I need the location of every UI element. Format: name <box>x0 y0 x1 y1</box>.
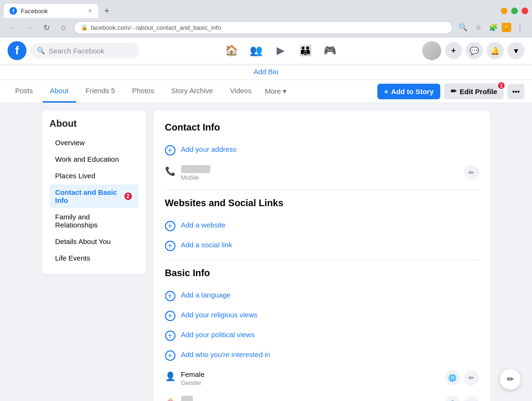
nav-photos-tab[interactable]: Photos <box>124 80 162 103</box>
birthdate-row: 🎂 ··· ·· Birth date 🔒 ✏ <box>165 391 479 401</box>
gender-label: Gender <box>181 379 439 386</box>
sidebar-item-life-events[interactable]: Life Events <box>50 250 139 266</box>
add-interested-row: + Add who you're interested in <box>165 346 479 366</box>
logo-letter: f <box>15 44 19 57</box>
birthdate-value: ··· ·· <box>181 396 193 401</box>
phone-edit-button[interactable]: ✏ <box>464 165 479 180</box>
add-address-row: + Add your address <box>165 140 479 160</box>
tab-close-button[interactable]: × <box>87 7 93 15</box>
add-language-plus-icon: + <box>165 291 175 301</box>
gender-value: Female <box>181 370 439 378</box>
nav-videos-tab[interactable]: Videos <box>222 80 259 103</box>
nav-watch-button[interactable]: ▶ <box>270 39 292 62</box>
add-to-story-button[interactable]: + Add to Story <box>377 84 440 99</box>
profile-avatar[interactable] <box>422 41 441 60</box>
add-story-icon: + <box>384 87 388 96</box>
back-button[interactable]: ← <box>6 21 19 34</box>
browser-title-bar: f Facebook × + <box>0 0 532 18</box>
contact-section-title: Contact Info <box>165 122 479 133</box>
tab-favicon: f <box>9 7 17 15</box>
add-religion-link[interactable]: Add your religious views <box>181 311 258 319</box>
add-bio-link[interactable]: Add Bio <box>253 68 279 76</box>
sidebar-contact-label: Contact and Basic Info <box>55 188 120 204</box>
profile-navigation: Posts About Friends 5 Photos Story Archi… <box>0 80 532 103</box>
add-political-plus-icon: + <box>165 331 175 341</box>
add-website-link[interactable]: Add a website <box>181 221 226 229</box>
add-political-link[interactable]: Add your political views <box>181 331 255 339</box>
add-social-link[interactable]: Add a social link <box>181 241 232 249</box>
nav-friends-tab[interactable]: Friends 5 <box>78 80 123 103</box>
nav-groups-button[interactable]: 👪 <box>294 39 317 62</box>
top-navigation: f 🔍 Search Facebook 🏠 👥 ▶ 👪 🎮 + 💬 🔔 ▾ <box>0 37 532 64</box>
nav-friends-button[interactable]: 👥 <box>245 39 268 62</box>
add-social-row: + Add a social link <box>165 236 479 256</box>
phone-row: 📞 ··· ··· ··· ··· Mobile ✏ <box>165 160 479 186</box>
account-menu-button[interactable]: ▾ <box>507 42 524 59</box>
window-minimize-button[interactable] <box>501 8 507 14</box>
add-address-link[interactable]: Add your address <box>181 145 237 153</box>
gender-icon: 👤 <box>165 371 175 382</box>
add-bio-bar: Add Bio <box>0 64 532 80</box>
nav-about-tab[interactable]: About <box>43 80 76 103</box>
add-interested-link[interactable]: Add who you're interested in <box>181 350 270 358</box>
bookmark-button[interactable]: ☆ <box>471 21 485 34</box>
birthdate-privacy-button[interactable]: 🔒 <box>445 396 460 401</box>
browser-action-buttons: 🔍 ☆ 🧩 🏆 ⋮ <box>456 21 526 34</box>
sidebar-item-details[interactable]: Details About You <box>50 234 139 249</box>
nav-story-archive-tab[interactable]: Story Archive <box>164 80 220 103</box>
about-panel: Contact Info + Add your address 📞 ··· ··… <box>154 111 490 401</box>
gender-privacy-button[interactable]: 🌐 <box>445 370 460 385</box>
sidebar-contact-badge: 2 <box>123 192 133 201</box>
browser-search-button[interactable]: 🔍 <box>456 21 470 34</box>
add-language-link[interactable]: Add a language <box>181 291 231 299</box>
birthdate-icon: 🎂 <box>165 397 175 401</box>
floating-edit-button[interactable]: ✏ <box>500 369 521 390</box>
nav-posts-tab[interactable]: Posts <box>8 80 41 103</box>
browser-menu-button[interactable]: ⋮ <box>513 21 526 34</box>
messenger-button[interactable]: 💬 <box>466 42 483 59</box>
forward-button[interactable]: → <box>23 21 36 34</box>
phone-label: Mobile <box>181 174 458 181</box>
add-story-label: Add to Story <box>391 87 434 96</box>
add-website-row: + Add a website <box>165 216 479 236</box>
sidebar-item-work-education[interactable]: Work and Education <box>50 151 139 167</box>
notifications-button[interactable]: 🔔 <box>487 42 504 59</box>
basic-section-title: Basic Info <box>165 268 479 279</box>
refresh-button[interactable]: ↻ <box>40 21 53 34</box>
add-website-plus-icon: + <box>165 221 175 231</box>
gender-edit-button[interactable]: ✏ <box>464 370 479 385</box>
window-controls <box>501 8 528 14</box>
nav-right-actions: + 💬 🔔 ▾ <box>422 41 524 60</box>
nav-gaming-button[interactable]: 🎮 <box>319 39 341 62</box>
search-input[interactable]: Search Facebook <box>49 47 105 55</box>
extensions-button[interactable]: 🧩 <box>487 21 500 34</box>
sidebar-item-family[interactable]: Family and Relationships <box>50 209 139 233</box>
more-options-button[interactable]: ••• <box>507 84 524 99</box>
home-button[interactable]: ⌂ <box>57 21 70 34</box>
window-maximize-button[interactable] <box>511 8 518 14</box>
lock-icon: 🔒 <box>81 24 88 31</box>
browser-tab[interactable]: f Facebook × <box>4 4 98 18</box>
birthdate-edit-button[interactable]: ✏ <box>464 396 479 401</box>
search-bar[interactable]: 🔍 Search Facebook <box>30 43 139 59</box>
profile-nav-links: Posts About Friends 5 Photos Story Archi… <box>8 80 377 103</box>
websites-section-title: Websites and Social Links <box>165 198 479 209</box>
facebook-logo[interactable]: f <box>8 41 26 60</box>
about-sidebar: About Overview Work and Education Places… <box>42 111 146 274</box>
address-bar-input[interactable]: 🔒 facebook.com/···/about_contact_and_bas… <box>74 21 453 34</box>
add-button[interactable]: + <box>445 42 462 59</box>
nav-home-button[interactable]: 🏠 <box>220 39 243 62</box>
address-text: facebook.com/···/about_contact_and_basic… <box>91 24 221 31</box>
edit-profile-icon: ✏ <box>451 87 457 96</box>
gender-row: 👤 Female Gender 🌐 ✏ <box>165 366 479 391</box>
window-close-button[interactable] <box>522 8 528 14</box>
add-religion-plus-icon: + <box>165 311 175 321</box>
active-extension-icon[interactable]: 🏆 <box>502 23 511 32</box>
sidebar-item-overview[interactable]: Overview <box>50 135 139 150</box>
new-tab-button[interactable]: + <box>100 4 113 17</box>
sidebar-item-places-lived[interactable]: Places Lived <box>50 168 139 183</box>
profile-action-buttons: + Add to Story ✏ Edit Profile 1 ••• <box>377 83 524 99</box>
nav-more-dropdown[interactable]: More ▾ <box>261 80 290 103</box>
sidebar-item-contact-basic[interactable]: Contact and Basic Info 2 <box>50 184 139 208</box>
edit-profile-button[interactable]: ✏ Edit Profile 1 <box>444 83 504 99</box>
